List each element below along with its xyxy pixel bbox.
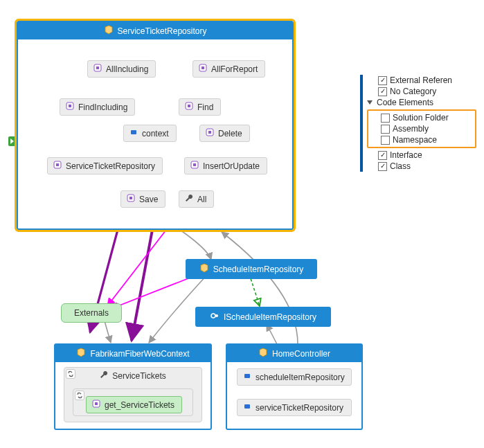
subpanel-text: ServiceTickets [112, 371, 166, 381]
method-icon [199, 64, 207, 74]
expand-handle[interactable] [8, 136, 16, 146]
wrench-icon [100, 370, 108, 381]
legend-panel: ✓ External Referen ✓ No Category Code El… [360, 75, 476, 172]
checkbox-icon[interactable] [381, 136, 390, 145]
expand-triangle-icon[interactable] [367, 100, 373, 105]
panel-title: ScheduleItemRepository [187, 260, 316, 278]
panel-title: HomeController [227, 345, 361, 362]
node-service-ticket-repository-field[interactable]: serviceTicketRepository [237, 399, 352, 416]
svg-rect-16 [129, 197, 132, 199]
class-icon [258, 348, 268, 359]
node-label: scheduleItemRepository [256, 373, 345, 382]
field-icon [243, 372, 251, 382]
legend-row-class[interactable]: ✓ Class [367, 161, 476, 172]
panel-fabrikam-fiber-web-context[interactable]: FabrikamFiberWebContext ServiceTickets g… [54, 343, 212, 430]
panel-ischedule-item-repository[interactable]: IScheduleItemRepository [195, 307, 331, 327]
node-label: FindIncluding [78, 102, 127, 112]
subpanel-service-tickets[interactable]: ServiceTickets get_ServiceTickets [64, 367, 202, 422]
node-label: get_ServiceTickets [105, 400, 174, 410]
panel-title-text: HomeController [272, 349, 330, 359]
svg-rect-5 [69, 105, 71, 107]
node-label: Externals [74, 308, 109, 318]
node-all-including[interactable]: AllIncluding [87, 60, 156, 78]
checkbox-icon[interactable]: ✓ [378, 151, 387, 160]
node-context[interactable]: context [123, 125, 177, 142]
panel-schedule-item-repository[interactable]: ScheduleItemRepository [186, 259, 317, 279]
panel-service-ticket-repository[interactable]: ServiceTicketRepository AllIncluding All… [17, 21, 294, 230]
method-icon [127, 194, 135, 204]
legend-label: Assembly [393, 124, 429, 134]
subpanel-label: ServiceTickets [64, 368, 201, 384]
node-service-ticket-repository-ctor[interactable]: ServiceTicketRepository [47, 157, 163, 174]
svg-rect-12 [56, 163, 59, 166]
legend-label: Class [390, 161, 411, 171]
legend-row-assembly[interactable]: Assembly [370, 123, 474, 134]
svg-rect-20 [95, 402, 98, 405]
node-label: AllForReport [211, 64, 258, 74]
svg-rect-10 [208, 131, 211, 134]
legend-row-no-category[interactable]: ✓ No Category [367, 86, 476, 97]
node-find[interactable]: Find [179, 98, 221, 116]
interface-icon [210, 311, 219, 323]
node-get-service-tickets[interactable]: get_ServiceTickets [86, 396, 182, 413]
class-icon [199, 263, 209, 275]
node-all-for-report[interactable]: AllForReport [192, 60, 265, 78]
collapse-icon[interactable] [66, 369, 75, 379]
class-icon [76, 348, 86, 359]
class-icon [104, 25, 114, 37]
checkbox-icon[interactable] [381, 125, 390, 134]
node-delete[interactable]: Delete [199, 125, 250, 142]
node-label: AllIncluding [106, 64, 148, 74]
svg-rect-1 [96, 66, 99, 69]
svg-rect-8 [131, 130, 136, 134]
node-label: Save [139, 195, 158, 204]
panel-title-text: IScheduleItemRepository [224, 312, 316, 322]
svg-rect-14 [193, 163, 196, 166]
field-icon [243, 402, 251, 413]
node-save[interactable]: Save [120, 190, 165, 208]
method-icon [66, 102, 74, 112]
checkbox-icon[interactable]: ✓ [378, 76, 387, 85]
collapse-icon[interactable] [75, 391, 84, 400]
node-label: context [142, 129, 169, 138]
legend-row-external-referen[interactable]: ✓ External Referen [367, 75, 476, 86]
checkbox-icon[interactable] [381, 114, 390, 123]
svg-point-17 [211, 314, 215, 318]
legend-label: External Referen [390, 75, 452, 85]
checkbox-icon[interactable]: ✓ [378, 162, 387, 171]
legend-row-interface[interactable]: ✓ Interface [367, 150, 476, 161]
panel-title-text: ServiceTicketRepository [118, 26, 207, 36]
node-schedule-item-repository-field[interactable]: scheduleItemRepository [237, 368, 352, 386]
wrench-icon [185, 194, 193, 204]
legend-row-solution-folder[interactable]: Solution Folder [370, 112, 474, 123]
panel-title-text: FabrikamFiberWebContext [90, 349, 189, 359]
svg-point-18 [215, 314, 218, 317]
svg-rect-3 [201, 66, 204, 69]
node-label: ServiceTicketRepository [66, 161, 155, 171]
method-icon [190, 161, 199, 171]
method-icon [206, 128, 214, 138]
legend-group-code-elements[interactable]: Code Elements [367, 97, 476, 108]
node-find-including[interactable]: FindIncluding [60, 98, 135, 116]
legend-label: Interface [390, 150, 422, 160]
node-all[interactable]: All [179, 190, 214, 208]
node-insert-or-update[interactable]: InsertOrUpdate [184, 157, 267, 174]
method-icon [92, 400, 100, 410]
panel-title-text: ScheduleItemRepository [213, 265, 304, 274]
node-label: Delete [218, 129, 242, 138]
node-externals[interactable]: Externals [61, 303, 122, 323]
field-icon [129, 128, 138, 138]
node-label: serviceTicketRepository [256, 403, 343, 413]
method-icon [185, 102, 193, 112]
node-label: All [197, 195, 206, 204]
method-icon [53, 161, 62, 171]
legend-label: Namespace [393, 135, 437, 145]
node-label: InsertOrUpdate [203, 161, 260, 171]
subpanel-get-service-tickets[interactable]: get_ServiceTickets [73, 388, 193, 416]
panel-home-controller[interactable]: HomeController scheduleItemRepository se… [226, 343, 363, 430]
checkbox-icon[interactable]: ✓ [378, 87, 387, 96]
svg-rect-21 [244, 374, 250, 378]
legend-row-namespace[interactable]: Namespace [370, 134, 474, 145]
legend-highlighted-group: Solution Folder Assembly Namespace [367, 109, 476, 148]
svg-rect-7 [188, 105, 190, 107]
